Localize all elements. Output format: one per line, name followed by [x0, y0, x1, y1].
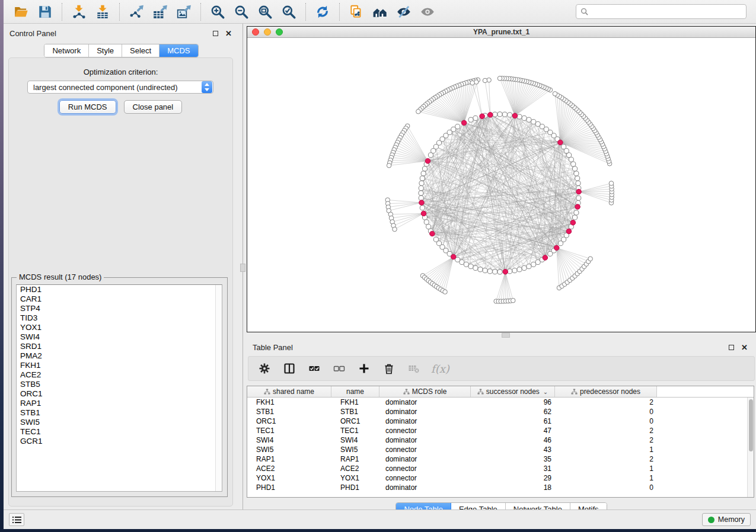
graph-node[interactable] — [535, 121, 540, 126]
graph-node[interactable] — [571, 162, 576, 166]
cell-shared-name[interactable]: STB1 — [247, 408, 331, 416]
float-panel-icon[interactable] — [213, 31, 218, 36]
graph-node[interactable] — [522, 265, 527, 270]
table-row[interactable]: PHD1PHD1dominator180 — [247, 483, 747, 492]
cell-predecessor-nodes[interactable]: 2 — [555, 398, 657, 406]
graph-node[interactable] — [419, 196, 423, 200]
graph-node[interactable] — [572, 166, 577, 171]
graph-node[interactable] — [424, 220, 429, 225]
graph-node-selected[interactable] — [576, 189, 582, 194]
column-header-shared-name[interactable]: shared name — [247, 386, 331, 397]
run-mcds-button[interactable]: Run MCDS — [59, 100, 116, 114]
memory-button[interactable]: Memory — [702, 513, 751, 526]
cell-name[interactable]: SWI4 — [331, 436, 379, 444]
graph-node-selected[interactable] — [575, 204, 580, 210]
scrollbar-thumb[interactable] — [749, 399, 753, 451]
split-view-button[interactable] — [282, 361, 297, 376]
cell-successor-nodes[interactable]: 61 — [471, 417, 555, 425]
mcds-result-item[interactable]: STP4 — [17, 304, 222, 313]
graph-node-selected[interactable] — [566, 229, 572, 234]
cell-predecessor-nodes[interactable]: 0 — [555, 483, 657, 492]
graph-node[interactable] — [512, 268, 517, 273]
cell-MCDS-role[interactable]: dominator — [379, 455, 471, 463]
graph-node[interactable] — [473, 265, 478, 270]
cell-successor-nodes[interactable]: 43 — [471, 446, 555, 454]
mcds-result-item[interactable]: SRD1 — [17, 342, 222, 351]
cell-MCDS-role[interactable]: dominator — [379, 398, 471, 406]
cell-MCDS-role[interactable]: connector — [379, 446, 471, 454]
mcds-result-item[interactable]: CAR1 — [17, 294, 222, 304]
table-row[interactable]: STB1STB1dominator620 — [247, 407, 747, 416]
graph-node[interactable] — [468, 264, 473, 269]
cell-name[interactable]: PHD1 — [331, 483, 379, 492]
add-row-button[interactable] — [356, 361, 372, 376]
graph-node[interactable] — [527, 117, 531, 122]
network-graph[interactable] — [247, 38, 755, 332]
export-image-button[interactable] — [172, 2, 196, 22]
cell-MCDS-role[interactable]: connector — [379, 464, 471, 473]
graph-node-selected[interactable] — [451, 254, 456, 259]
cell-successor-nodes[interactable]: 31 — [471, 464, 555, 473]
graph-node-selected[interactable] — [554, 245, 559, 251]
mcds-result-item[interactable]: ACE2 — [17, 370, 222, 380]
graph-node[interactable] — [443, 290, 448, 294]
cell-successor-nodes[interactable]: 18 — [471, 483, 555, 492]
graph-node[interactable] — [421, 171, 426, 176]
export-table-button[interactable] — [148, 2, 172, 22]
cell-successor-nodes[interactable]: 47 — [471, 427, 555, 435]
splitter-grip[interactable] — [502, 333, 510, 338]
graph-node[interactable] — [460, 259, 464, 264]
open-file-button[interactable] — [9, 2, 33, 22]
table-row[interactable]: RAP1RAP1dominator352 — [247, 454, 747, 464]
graph-node[interactable] — [419, 191, 423, 196]
cell-shared-name[interactable]: PHD1 — [247, 483, 331, 492]
table-row[interactable]: ORC1ORC1dominator610 — [247, 416, 747, 426]
mcds-result-item[interactable]: TID3 — [17, 313, 222, 323]
graph-node-selected[interactable] — [480, 114, 485, 119]
graph-node-selected[interactable] — [503, 269, 508, 274]
cell-predecessor-nodes[interactable]: 0 — [555, 417, 657, 425]
column-header-name[interactable]: name — [331, 386, 379, 397]
cell-MCDS-role[interactable]: connector — [379, 427, 471, 435]
column-header-successor-nodes[interactable]: successor nodes⌄ — [471, 386, 555, 397]
graph-node-selected[interactable] — [570, 220, 576, 225]
tab-mcds[interactable]: MCDS — [160, 44, 197, 57]
splitter-grip[interactable] — [240, 264, 245, 272]
graph-node[interactable] — [576, 181, 580, 185]
first-neighbors-button[interactable] — [368, 2, 392, 22]
mcds-result-item[interactable]: SWI4 — [17, 332, 222, 342]
mcds-result-item[interactable]: GCR1 — [17, 437, 222, 446]
graph-node-selected[interactable] — [543, 255, 548, 261]
graph-node-selected[interactable] — [488, 113, 493, 118]
graph-node[interactable] — [473, 116, 478, 120]
mcds-result-item[interactable]: STB1 — [17, 408, 222, 418]
cell-shared-name[interactable]: ACE2 — [247, 464, 331, 473]
cell-successor-nodes[interactable]: 62 — [471, 408, 555, 416]
tab-select[interactable]: Select — [122, 44, 160, 57]
cell-predecessor-nodes[interactable]: 1 — [555, 474, 657, 482]
graph-node-selected[interactable] — [421, 211, 426, 216]
graph-node[interactable] — [588, 257, 593, 261]
graph-node-selected[interactable] — [425, 159, 430, 164]
vertical-splitter[interactable] — [239, 24, 247, 509]
cell-shared-name[interactable]: RAP1 — [247, 455, 331, 463]
cell-name[interactable]: YOX1 — [331, 474, 379, 482]
network-window-titlebar[interactable]: YPA_prune.txt_1 — [247, 27, 755, 38]
graph-node[interactable] — [420, 176, 425, 181]
table-row[interactable]: FKH1FKH1dominator962 — [247, 398, 747, 407]
graph-node[interactable] — [478, 267, 483, 272]
cell-successor-nodes[interactable]: 46 — [471, 436, 555, 444]
table-row[interactable]: TEC1TEC1connector472 — [247, 426, 747, 435]
graph-node[interactable] — [493, 270, 497, 274]
cell-name[interactable]: RAP1 — [331, 455, 379, 463]
cell-successor-nodes[interactable]: 96 — [471, 398, 555, 406]
import-table-button[interactable] — [91, 2, 114, 22]
graph-node[interactable] — [502, 112, 507, 117]
network-canvas[interactable] — [247, 38, 755, 332]
graph-node[interactable] — [420, 206, 425, 210]
graph-node[interactable] — [609, 181, 614, 186]
graph-node[interactable] — [497, 270, 502, 274]
cell-name[interactable]: ORC1 — [331, 417, 379, 425]
cell-predecessor-nodes[interactable]: 0 — [555, 408, 657, 416]
graph-node[interactable] — [428, 153, 433, 158]
